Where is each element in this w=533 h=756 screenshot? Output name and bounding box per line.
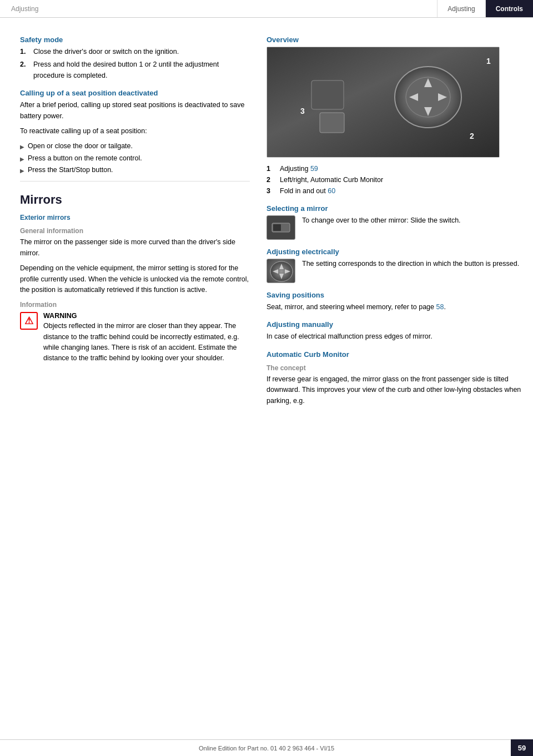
saving-heading: Saving positions (266, 291, 522, 299)
mirror-overview-image: 1 2 3 (266, 47, 500, 158)
general-heading: General information (20, 227, 250, 235)
selecting-heading: Selecting a mirror (266, 204, 522, 213)
information-heading: Information (20, 301, 250, 309)
saving-text: Seat, mirror, and steering wheel memory,… (266, 302, 522, 313)
svg-text:3: 3 (300, 107, 305, 115)
selecting-icon-row: To change over to the other mirror: Slid… (266, 215, 522, 240)
page-number: 59 (511, 739, 533, 756)
safety-mode-heading: Safety mode (20, 36, 250, 44)
concept-text: If reverse gear is engaged, the mirror g… (266, 374, 522, 406)
svg-rect-8 (320, 113, 344, 133)
adjusting-elec-text: The setting corresponds to the direction… (302, 259, 519, 269)
mirror-image-inner: 1 2 3 (267, 47, 499, 157)
adjuster-svg (267, 259, 296, 284)
overview-item-2: 2 Left/right, Automatic Curb Monitor (266, 174, 522, 185)
warning-title: WARNING (43, 312, 250, 320)
calling-p2: To reactivate calling up of a seat posit… (20, 126, 250, 137)
warning-text: Objects reflected in the mirror are clos… (43, 321, 250, 364)
calling-heading: Calling up of a seat position deactivate… (20, 89, 250, 97)
concept-heading: The concept (266, 364, 522, 372)
selecting-text: To change over to the other mirror: Slid… (302, 215, 461, 226)
svg-rect-0 (267, 47, 500, 158)
svg-text:2: 2 (470, 132, 474, 140)
svg-text:1: 1 (486, 57, 491, 65)
adjusting-elec-heading: Adjusting electrically (266, 248, 522, 256)
header-tabs: Adjusting Controls (437, 0, 533, 17)
mirror-svg: 1 2 3 (267, 47, 500, 158)
main-content: Safety mode 1. Close the driver's door o… (0, 18, 533, 411)
mirror-switch-icon (266, 215, 295, 240)
warning-icon: ⚠ (20, 312, 38, 330)
warning-box: ⚠ WARNING Objects reflected in the mirro… (20, 312, 250, 369)
adjuster-icon (266, 259, 295, 283)
step-1: 1. Close the driver's door or switch on … (20, 47, 250, 57)
adjusting-elec-icon-row: The setting corresponds to the direction… (266, 259, 522, 283)
overview-numbers: 1 Adjusting 59 2 Left/right, Automatic C… (266, 163, 522, 196)
adjusting-man-heading: Adjusting manually (266, 320, 522, 329)
exterior-heading: Exterior mirrors (20, 214, 250, 221)
left-column: Safety mode 1. Close the driver's door o… (0, 28, 261, 411)
header-tab-adjusting: Adjusting (437, 0, 485, 17)
overview-heading: Overview (266, 36, 522, 44)
switch-svg (270, 219, 292, 236)
right-column: Overview (261, 28, 533, 411)
warning-content: WARNING Objects reflected in the mirror … (43, 312, 250, 369)
footer-text: Online Edition for Part no. 01 40 2 963 … (199, 745, 334, 752)
overview-item-3: 3 Fold in and out 60 (266, 185, 522, 196)
header-section-label: Adjusting (0, 5, 437, 13)
adjusting-man-text: In case of electrical malfunction press … (266, 331, 522, 342)
step-2: 2. Press and hold the desired button 1 o… (20, 59, 250, 81)
overview-item-1: 1 Adjusting 59 (266, 163, 522, 174)
bullet-1: ▶ Open or close the door or tailgate. (20, 141, 250, 152)
bullet-3: ▶ Press the Start/Stop button. (20, 165, 250, 175)
page-header: Adjusting Adjusting Controls (0, 0, 533, 18)
svg-rect-7 (311, 80, 344, 109)
auto-curb-heading: Automatic Curb Monitor (266, 350, 522, 359)
bullet-list: ▶ Open or close the door or tailgate. ▶ … (20, 141, 250, 175)
header-tab-controls: Controls (485, 0, 533, 17)
footer: Online Edition for Part no. 01 40 2 963 … (0, 739, 533, 756)
mirrors-title: Mirrors (20, 193, 250, 207)
svg-rect-13 (273, 224, 281, 231)
safety-mode-steps: 1. Close the driver's door or switch on … (20, 47, 250, 81)
calling-p1: After a brief period, calling up stored … (20, 100, 250, 122)
divider (20, 181, 250, 182)
general-p1: The mirror on the passenger side is more… (20, 237, 250, 259)
bullet-2: ▶ Press a button on the remote control. (20, 153, 250, 164)
general-p2: Depending on the vehicle equipment, the … (20, 263, 250, 295)
